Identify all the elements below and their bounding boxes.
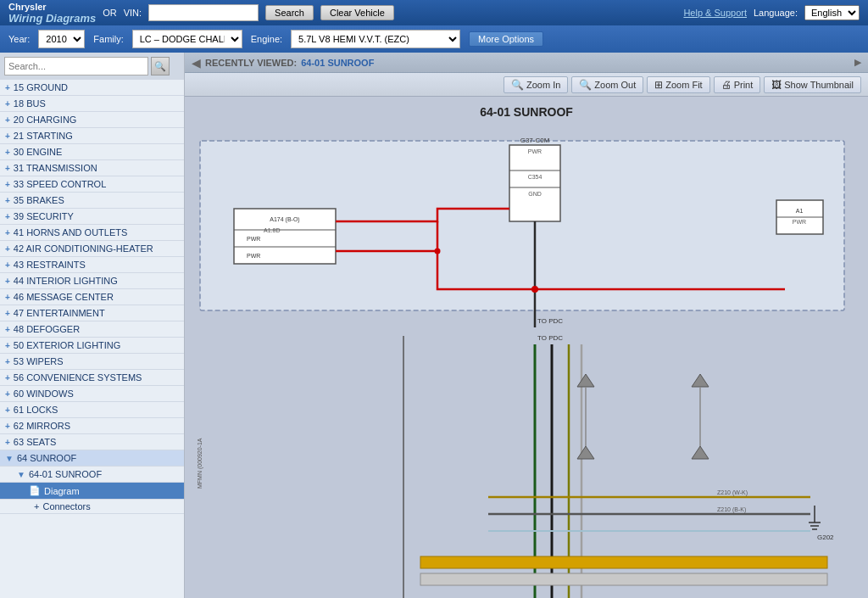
svg-rect-44 (420, 573, 827, 585)
expand-icon: + (5, 164, 10, 173)
scroll-right-icon[interactable]: ▶ (854, 57, 861, 68)
sidebar-item-15[interactable]: +15 GROUND (0, 80, 184, 96)
family-select[interactable]: LC – DODGE CHALI (132, 30, 242, 48)
sidebar-item-64[interactable]: ▼64 SUNROOF (0, 450, 184, 467)
help-support-link[interactable]: Help & Support (683, 8, 747, 18)
show-thumbnail-button[interactable]: 🖼 Show Thumbnail (764, 76, 861, 93)
search-icon-button[interactable]: 🔍 (151, 57, 170, 75)
header-left: Chrysler Wiring Diagrams OR VIN: Search … (8, 2, 394, 25)
engine-select[interactable]: 5.7L V8 HEMI V.V.T. (EZC) (291, 30, 460, 48)
svg-text:Z210 (W-K): Z210 (W-K) (717, 489, 748, 496)
sidebar-item-33[interactable]: +33 SPEED CONTROL (0, 176, 184, 193)
svg-text:A1.8D: A1.8D (264, 227, 280, 233)
sidebar-connectors-item[interactable]: +Connectors (0, 500, 184, 514)
sub-expand-icon: ▼ (17, 470, 25, 479)
vin-input[interactable] (148, 4, 259, 21)
zoom-in-icon: 🔍 (511, 79, 524, 91)
sidebar-item-31[interactable]: +31 TRANSMISSION (0, 160, 184, 176)
expand-icon: + (5, 277, 10, 286)
diagram-toolbar: 🔍 Zoom In 🔍 Zoom Out ⊞ Zoom Fit 🖨 Print … (185, 73, 868, 97)
sidebar-item-48[interactable]: +48 DEFOGGER (0, 321, 184, 338)
svg-text:G202: G202 (817, 534, 834, 541)
more-options-button[interactable]: More Options (469, 31, 543, 47)
expand-icon: + (5, 260, 10, 270)
sidebar-item-label: 15 GROUND (14, 82, 68, 92)
sidebar-item-50[interactable]: +50 EXTERIOR LIGHTING (0, 338, 184, 354)
language-label: Language: (754, 8, 798, 18)
sidebar-item-53[interactable]: +53 WIPERS (0, 354, 184, 370)
svg-rect-1 (509, 145, 560, 221)
expand-icon: + (5, 212, 10, 221)
sidebar-item-62[interactable]: +62 MIRRORS (0, 418, 184, 434)
sidebar-subitem-label: 64-01 SUNROOF (29, 469, 102, 479)
svg-text:PWR: PWR (528, 148, 542, 154)
diagram-icon: 📄 (29, 485, 41, 496)
family-label: Family: (93, 34, 123, 44)
sidebar-item-35[interactable]: +35 BRAKES (0, 193, 184, 209)
zoom-in-button[interactable]: 🔍 Zoom In (504, 76, 568, 93)
expand-icon: + (5, 99, 10, 109)
expand-icon: + (5, 244, 10, 254)
engine-label: Engine: (251, 34, 282, 44)
search-button[interactable]: Search (265, 5, 314, 20)
sidebar-item-label: 50 EXTERIOR LIGHTING (14, 340, 121, 350)
svg-text:PWR: PWR (247, 236, 260, 242)
expand-icon: + (5, 180, 10, 189)
sidebar-item-61[interactable]: +61 LOCKS (0, 402, 184, 418)
recently-viewed-value[interactable]: 64-01 SUNROOF (301, 58, 374, 68)
expand-icon: + (5, 131, 10, 141)
svg-text:TO PDC: TO PDC (537, 317, 563, 325)
sidebar-item-21[interactable]: +21 STARTING (0, 128, 184, 144)
sidebar-item-60[interactable]: +60 WINDOWS (0, 386, 184, 402)
diagram-area[interactable]: 64-01 SUNROOF G37-C0M PWR C354 GND A174 … (185, 97, 868, 598)
zoom-out-button[interactable]: 🔍 Zoom Out (571, 76, 643, 93)
vin-label: VIN: (124, 8, 142, 18)
year-select[interactable]: 2010 (38, 30, 85, 48)
sidebar-item-label: 33 SPEED CONTROL (14, 179, 106, 189)
clear-vehicle-button[interactable]: Clear Vehicle (320, 5, 394, 20)
content-area: ◀ RECENTLY VIEWED: 64-01 SUNROOF ▶ 🔍 Zoo… (185, 53, 868, 598)
sidebar-item-46[interactable]: +46 MESSAGE CENTER (0, 289, 184, 305)
zoom-fit-icon: ⊞ (654, 79, 663, 91)
sidebar-item-label: 35 BRAKES (14, 195, 64, 205)
logo-subtitle: Wiring Diagrams (8, 12, 96, 25)
svg-point-47 (435, 249, 441, 254)
sidebar-item-42[interactable]: +42 AIR CONDITIONING-HEATER (0, 241, 184, 257)
expand-icon: + (5, 228, 10, 238)
expand-icon: + (5, 83, 10, 92)
expand-icon: + (5, 196, 10, 205)
toolbar: Year: 2010 Family: LC – DODGE CHALI Engi… (0, 25, 868, 53)
recently-viewed-arrow[interactable]: ◀ (192, 56, 201, 70)
sidebar-item-44[interactable]: +44 INTERIOR LIGHTING (0, 273, 184, 289)
svg-marker-27 (577, 374, 594, 387)
sidebar-item-30[interactable]: +30 ENGINE (0, 144, 184, 160)
sidebar-item-20[interactable]: +20 CHARGING (0, 112, 184, 128)
sidebar-item-label: 61 LOCKS (14, 405, 58, 415)
sidebar-item-label: 41 HORNS AND OUTLETS (14, 227, 127, 238)
sidebar-items-container: +15 GROUND+18 BUS+20 CHARGING+21 STARTIN… (0, 80, 184, 514)
language-select[interactable]: English (804, 5, 860, 20)
sidebar-item-label: 30 ENGINE (14, 147, 62, 157)
sidebar-item-41[interactable]: +41 HORNS AND OUTLETS (0, 225, 184, 241)
search-input[interactable] (4, 57, 148, 75)
svg-text:TO PDC: TO PDC (537, 334, 563, 342)
logo: Chrysler Wiring Diagrams (8, 2, 96, 25)
sidebar-item-43[interactable]: +43 RESTRAINTS (0, 257, 184, 273)
sidebar-item-39[interactable]: +39 SECURITY (0, 209, 184, 225)
sidebar-item-47[interactable]: +47 ENTERTAINMENT (0, 305, 184, 321)
expand-icon: + (5, 405, 10, 415)
sidebar-subitem-6401[interactable]: ▼64-01 SUNROOF (0, 467, 184, 483)
sidebar-diagram-item[interactable]: 📄Diagram (0, 483, 184, 500)
diagram-label: Diagram (44, 486, 80, 496)
print-button[interactable]: 🖨 Print (714, 76, 761, 93)
expand-icon: + (5, 148, 10, 157)
svg-point-46 (531, 286, 538, 293)
svg-marker-30 (692, 374, 709, 387)
print-icon: 🖨 (721, 79, 732, 91)
thumbnail-icon: 🖼 (771, 79, 782, 91)
sidebar-item-56[interactable]: +56 CONVENIENCE SYSTEMS (0, 370, 184, 386)
sidebar-item-18[interactable]: +18 BUS (0, 96, 184, 112)
sidebar-item-63[interactable]: +63 SEATS (0, 434, 184, 450)
search-box: 🔍 (0, 53, 184, 80)
zoom-fit-button[interactable]: ⊞ Zoom Fit (647, 76, 709, 93)
